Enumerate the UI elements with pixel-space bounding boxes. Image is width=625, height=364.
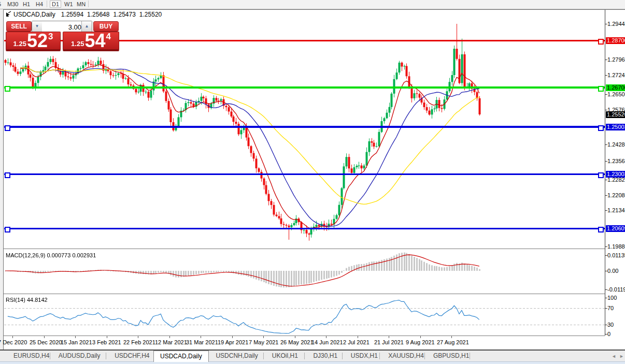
date-tick — [232, 336, 233, 338]
date-tick — [107, 336, 107, 338]
date-axis-label: 12 Mar 2021 — [155, 339, 187, 345]
current-price-badge: 1.25520 — [606, 111, 625, 118]
axis-tick — [605, 195, 607, 196]
price-axis-label: 1.23560 — [607, 158, 625, 164]
tab-separator — [263, 353, 264, 359]
date-axis-label: 27 Aug 2021 — [437, 339, 469, 345]
tab-dj30-h1[interactable]: DJ30,H1 — [307, 351, 344, 361]
price-level-badge: 1.28700 — [606, 37, 625, 44]
macd-axis-label: -0.01190 — [607, 286, 625, 293]
timeframe-button-w1[interactable]: W1 — [64, 1, 73, 7]
tab-scroll-left-icon[interactable]: ◄ — [612, 354, 616, 359]
tab-usdchf-h4[interactable]: USDCHF,H4 — [108, 351, 155, 361]
date-tick — [75, 336, 76, 338]
price-axis-label: 1.29440 — [607, 21, 625, 27]
macd-axis-label: 0.01135 — [607, 252, 625, 258]
one-click-trade-widget: SELL ▼ ▲ BUY 1.25 52 3 1.25 54 4 — [5, 20, 119, 50]
date-axis-label: 19 Apr 2021 — [218, 339, 248, 345]
timeframe-button-h4[interactable]: H4 — [36, 1, 43, 7]
date-tick — [263, 336, 264, 338]
date-axis-label: 7 Dec 2020 — [0, 339, 27, 345]
rsi-axis-label: 30 — [607, 322, 614, 328]
macd-axis-label: 0.00 — [607, 268, 618, 274]
tab-separator — [342, 353, 343, 359]
price-axis-label: 1.21340 — [607, 207, 625, 213]
price-axis-label: 1.26500 — [607, 91, 625, 97]
price-level-badge: 1.25003 — [606, 124, 625, 130]
level-right-marker[interactable] — [598, 125, 604, 131]
tab-scroll-right-icon[interactable]: ► — [619, 354, 624, 359]
price-level-badge: 1.23003 — [606, 171, 625, 178]
timeframe-button-d1[interactable]: D1 — [50, 1, 61, 8]
tab-eurusd-h4[interactable]: EURUSD,H4 — [7, 351, 55, 361]
buy-price-big: 54 — [84, 33, 105, 49]
price-chart-canvas[interactable] — [4, 10, 605, 336]
date-tick — [451, 336, 452, 338]
tab-audusd-daily[interactable]: AUDUSD,Daily — [52, 351, 107, 361]
price-level-line[interactable] — [4, 228, 605, 229]
price-axis-label: 1.27240 — [607, 72, 625, 78]
price-level-line[interactable] — [4, 86, 605, 89]
date-axis-label: 7 May 2021 — [249, 339, 278, 345]
tab-separator — [106, 353, 106, 359]
date-tick — [201, 336, 201, 338]
date-tick — [295, 336, 295, 338]
date-tick — [169, 336, 170, 338]
tab-xauusd-h4[interactable]: XAUUSD,H4 — [382, 351, 430, 361]
axis-tick — [605, 110, 607, 110]
price-level-line[interactable] — [4, 173, 605, 175]
level-right-marker[interactable] — [598, 227, 604, 232]
buy-price-prefix: 1.25 — [71, 40, 84, 48]
axis-tick — [605, 24, 607, 24]
sell-price-prefix: 1.25 — [13, 40, 26, 48]
volume-input[interactable] — [42, 21, 82, 33]
sell-price-pipette: 3 — [48, 32, 53, 42]
axis-tick — [605, 180, 607, 180]
sell-price-panel[interactable]: 1.25 52 3 — [6, 32, 61, 51]
tab-separator — [50, 353, 50, 359]
toolbar-separator — [88, 1, 89, 7]
date-tick — [138, 336, 138, 338]
date-tick — [12, 336, 13, 338]
sell-price-big: 52 — [27, 33, 48, 49]
tab-gbpusd-h1[interactable]: GBPUSD,H1 — [427, 351, 475, 361]
date-axis-label: 14 Jun 2021 — [311, 339, 343, 345]
axis-tick — [605, 60, 607, 60]
tab-usdcnh-daily[interactable]: USDCNH,Daily — [209, 351, 264, 361]
buy-price-panel[interactable]: 1.25 54 4 — [63, 32, 119, 51]
axis-tick — [605, 144, 607, 145]
date-tick — [420, 336, 421, 338]
level-right-marker[interactable] — [598, 86, 604, 92]
price-level-line[interactable] — [4, 126, 605, 128]
tab-usdx-h1[interactable]: USDX,H1 — [345, 351, 384, 361]
date-axis-label: 25 Dec 2020 — [30, 339, 62, 345]
level-left-marker[interactable] — [5, 227, 10, 232]
date-tick — [326, 336, 326, 338]
price-axis-label: 1.27960 — [607, 56, 625, 63]
level-left-marker[interactable] — [5, 125, 10, 131]
level-right-marker[interactable] — [598, 39, 604, 45]
date-axis-label: 21 Jul 2021 — [374, 339, 404, 345]
timeframe-button-m30[interactable]: M30 — [7, 1, 18, 7]
price-level-badge: 1.20609 — [606, 225, 625, 232]
axis-tick — [605, 298, 607, 298]
tab-usdcad-daily[interactable]: USDCAD,Daily — [153, 351, 209, 362]
axis-tick — [605, 210, 607, 211]
timeframe-button-mn[interactable]: MN — [77, 1, 86, 7]
rsi-axis-label: 70 — [607, 305, 614, 311]
timeframe-button-h1[interactable]: H1 — [23, 1, 30, 7]
date-tick — [44, 336, 45, 338]
cursor-icon — [6, 11, 11, 17]
level-right-marker[interactable] — [598, 172, 604, 178]
tab-separator — [424, 353, 425, 359]
chart-frame-left-border — [3, 9, 4, 350]
date-axis-label: 9 Aug 2021 — [406, 339, 435, 345]
axis-tick — [605, 334, 607, 334]
level-left-marker[interactable] — [5, 172, 10, 178]
date-axis-label: 3 Feb 2021 — [92, 339, 121, 345]
level-left-marker[interactable] — [5, 86, 10, 92]
tab-ukoil-h1[interactable]: UKOil,H1 — [266, 351, 304, 361]
timeframe-button-clipped[interactable]: 5 — [0, 1, 1, 7]
trading-terminal: { "toolbar": { "clipped_item": "5", "ite… — [0, 0, 625, 364]
axis-tick — [605, 271, 607, 271]
